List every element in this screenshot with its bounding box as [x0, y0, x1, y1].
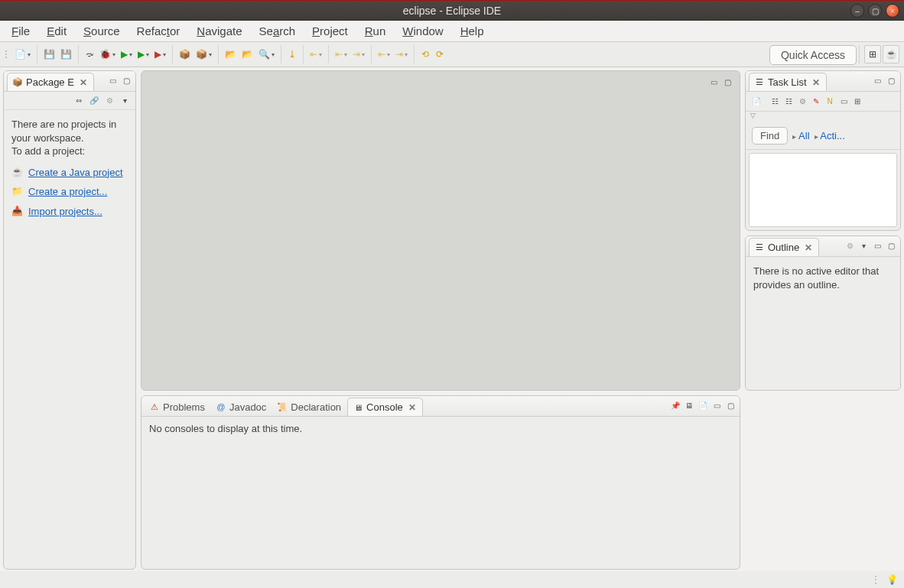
- outline-icon: ☰: [754, 242, 765, 253]
- close-tab-icon[interactable]: ✕: [805, 242, 812, 253]
- declaration-tab[interactable]: 📜 Declaration: [272, 398, 347, 416]
- close-tab-icon[interactable]: ✕: [408, 402, 416, 413]
- quick-access-button[interactable]: Quick Access: [769, 45, 857, 65]
- menu-edit[interactable]: Edit: [40, 22, 73, 40]
- package-explorer-body: There are no projects in your workspace.…: [4, 110, 135, 232]
- pin-console-button[interactable]: 📌: [669, 399, 681, 411]
- tasklist-find-input[interactable]: Find: [752, 127, 788, 145]
- main-toolbar: 📄 💾 💾 ⤼ 🐞 ▶ ▶ ▶ 📦 📦 📂 📂 🔍 ⤓ ⇤ ⇤ ⇥ ⇤ ⇥ ⟲ …: [0, 42, 904, 67]
- editor-maximize-button[interactable]: ▢: [721, 76, 733, 88]
- maximize-view-button[interactable]: ▢: [120, 74, 132, 86]
- debug-button[interactable]: 🐞: [97, 46, 118, 63]
- save-button[interactable]: 💾: [41, 46, 57, 63]
- link-editor-button[interactable]: 🔗: [88, 95, 100, 107]
- new-java-class-button[interactable]: 📦: [193, 46, 214, 63]
- open-task-button[interactable]: 📂: [239, 46, 255, 63]
- problems-tab[interactable]: ⚠ Problems: [145, 398, 211, 416]
- prev-annotation-button[interactable]: ⇤: [307, 46, 324, 63]
- menu-window[interactable]: Window: [395, 22, 450, 40]
- hide-button[interactable]: ✎: [810, 96, 822, 108]
- tasklist-minimize-button[interactable]: ▭: [871, 74, 883, 86]
- menu-project[interactable]: Project: [305, 22, 355, 40]
- tasklist-tab[interactable]: ☰ Task List ✕: [749, 73, 827, 91]
- javadoc-tab-label: Javadoc: [229, 401, 266, 413]
- toggle-mark-button[interactable]: ⤓: [285, 46, 299, 63]
- skip-breakpoints-button[interactable]: ⤼: [83, 46, 96, 63]
- minimize-view-button[interactable]: ▭: [106, 74, 119, 86]
- menu-refactor[interactable]: Refactor: [130, 22, 187, 40]
- collapse-all-button[interactable]: ⇔: [73, 95, 85, 107]
- console-tab[interactable]: 🖥 Console ✕: [347, 398, 423, 416]
- window-title: eclipse - Eclipse IDE: [403, 5, 501, 17]
- schedule-button[interactable]: ☷: [782, 96, 795, 108]
- console-tab-label: Console: [366, 401, 403, 413]
- save-all-button[interactable]: 💾: [58, 46, 74, 63]
- outline-minimize-button[interactable]: ▭: [871, 239, 883, 252]
- menu-help[interactable]: Help: [454, 22, 491, 40]
- tool-n-button[interactable]: N: [824, 96, 836, 108]
- right-column: ☰ Task List ✕ ▭ ▢ 📄 ☷ ☷ ⚙ ✎ N ▭ ⊞: [745, 70, 901, 391]
- menu-search[interactable]: Search: [252, 22, 303, 40]
- bottom-minimize-button[interactable]: ▭: [711, 399, 723, 411]
- bottom-maximize-button[interactable]: ▢: [724, 399, 737, 411]
- tasklist-expand-arrow[interactable]: ▽: [746, 112, 900, 122]
- outline-focus-button[interactable]: ⚙: [844, 239, 856, 252]
- outline-tabrow: ☰ Outline ✕ ⚙ ▾ ▭ ▢: [746, 236, 900, 257]
- categorize-button[interactable]: ☷: [769, 96, 781, 108]
- tasklist-filter-all[interactable]: All: [792, 130, 809, 141]
- tasklist-toolbar: 📄 ☷ ☷ ⚙ ✎ N ▭ ⊞: [746, 92, 900, 112]
- close-tab-icon[interactable]: ✕: [80, 77, 87, 88]
- window-minimize-button[interactable]: –: [850, 4, 864, 18]
- toolbar-drag-handle[interactable]: [5, 46, 9, 63]
- next-annotation-button[interactable]: ⇤: [333, 46, 350, 63]
- focus-button[interactable]: ⊞: [851, 96, 863, 108]
- import-projects-link[interactable]: Import projects...: [28, 205, 102, 219]
- window-maximize-button[interactable]: ▢: [868, 4, 882, 18]
- bottom-tabrow: ⚠ Problems @ Javadoc 📜 Declaration 🖥 Con…: [141, 396, 740, 417]
- view-menu-button[interactable]: ▾: [119, 95, 131, 107]
- tip-icon[interactable]: 💡: [886, 574, 898, 585]
- close-tab-icon[interactable]: ✕: [812, 77, 820, 88]
- editor-minimize-button[interactable]: ▭: [707, 76, 720, 88]
- new-java-package-button[interactable]: 📦: [177, 46, 193, 63]
- console-empty-text: No consoles to display at this time.: [149, 423, 302, 434]
- tasklist-maximize-button[interactable]: ▢: [885, 74, 897, 86]
- window-close-button[interactable]: ×: [886, 4, 899, 18]
- open-console-button[interactable]: 📄: [697, 399, 709, 411]
- new-button[interactable]: 📄: [12, 46, 33, 63]
- display-console-button[interactable]: 🖥: [683, 399, 695, 411]
- back-button[interactable]: ⇤: [376, 46, 392, 63]
- menu-navigate[interactable]: Navigate: [190, 22, 249, 40]
- open-type-button[interactable]: 📂: [223, 46, 239, 63]
- menu-run[interactable]: Run: [358, 22, 393, 40]
- menu-source[interactable]: Source: [76, 22, 127, 40]
- focus-task-button[interactable]: ⚙: [103, 95, 115, 107]
- pin-editor-button[interactable]: ⟲: [418, 46, 432, 63]
- pin-editor2-button[interactable]: ⟳: [433, 46, 447, 63]
- create-java-project-link[interactable]: Create a Java project: [28, 166, 123, 180]
- open-perspective-button[interactable]: ⊞: [864, 45, 881, 63]
- bottom-panel: ⚠ Problems @ Javadoc 📜 Declaration 🖥 Con…: [141, 395, 740, 570]
- tasklist-tabrow: ☰ Task List ✕ ▭ ▢: [746, 71, 900, 92]
- forward-button[interactable]: ⇥: [393, 46, 410, 63]
- outline-maximize-button[interactable]: ▢: [885, 239, 897, 252]
- outline-viewmenu-button[interactable]: ▾: [857, 239, 870, 252]
- create-project-link[interactable]: Create a project...: [28, 185, 107, 199]
- tasklist-tab-label: Task List: [768, 76, 807, 88]
- run-last-button[interactable]: ▶: [152, 46, 168, 63]
- coverage-button[interactable]: ▶: [135, 46, 151, 63]
- run-button[interactable]: ▶: [119, 46, 135, 63]
- synchronize-button[interactable]: ⚙: [796, 96, 808, 108]
- new-task-button[interactable]: 📄: [750, 96, 763, 108]
- tasklist-filter-active[interactable]: Acti...: [815, 130, 845, 141]
- package-explorer-tab[interactable]: 📦 Package E ✕: [7, 73, 94, 91]
- window-titlebar: eclipse - Eclipse IDE – ▢ ×: [0, 0, 904, 21]
- last-edit-button[interactable]: ⇥: [350, 46, 367, 63]
- tasklist-icon: ☰: [754, 77, 765, 88]
- menu-file[interactable]: File: [5, 22, 37, 40]
- outline-tab[interactable]: ☰ Outline ✕: [749, 238, 819, 256]
- collapse-button[interactable]: ▭: [837, 96, 850, 108]
- search-button[interactable]: 🔍: [256, 46, 277, 63]
- java-perspective-button[interactable]: ☕: [883, 45, 899, 63]
- javadoc-tab[interactable]: @ Javadoc: [211, 398, 272, 416]
